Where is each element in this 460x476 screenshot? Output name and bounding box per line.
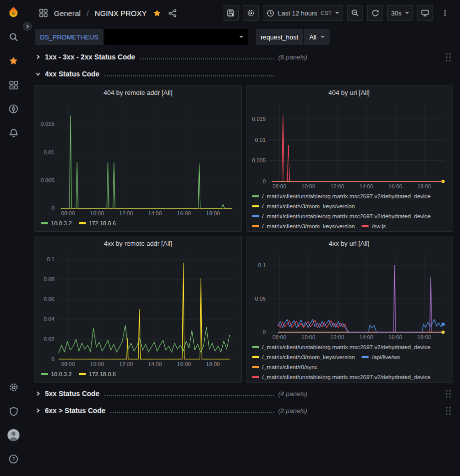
row-drag-handle[interactable] — [445, 389, 452, 399]
row-drag-handle[interactable] — [445, 52, 452, 62]
row-title: 5xx Status Code — [45, 390, 99, 398]
chart-canvas[interactable]: 08:0010:0012:0014:0016:0018:0000.050.1 — [246, 250, 453, 341]
legend-item[interactable]: /api/live/ws — [362, 354, 400, 361]
sidebar-item-dashboards[interactable] — [0, 73, 27, 97]
star-filled-icon — [153, 9, 161, 17]
breadcrumb-section[interactable]: General — [54, 9, 80, 17]
chevron-right-icon — [34, 391, 41, 396]
variables-bar: DS_PROMETHEUS request_host All — [27, 26, 460, 48]
svg-text:0.015: 0.015 — [40, 121, 54, 127]
legend-swatch — [362, 225, 369, 227]
panel-title[interactable]: 4xx by remote addr [All] — [35, 236, 241, 250]
help-icon: ? — [8, 454, 18, 464]
sidebar-item-search[interactable] — [0, 25, 27, 49]
more-options-button[interactable] — [437, 5, 453, 21]
panel-4xx-by-uri: 4xx by uri [All] 08:0010:0012:0014:0016:… — [246, 236, 453, 383]
legend-item[interactable]: /_matrix/client/unstable/org.matrix.msc2… — [252, 213, 431, 220]
sidebar-item-starred[interactable] — [0, 49, 27, 73]
search-icon — [9, 32, 18, 42]
time-range-picker[interactable]: Last 12 hours CST — [263, 5, 343, 21]
legend-item[interactable]: /_matrix/client/r0/sync — [252, 364, 318, 371]
zoom-out-button[interactable] — [347, 5, 363, 21]
svg-text:18:00: 18:00 — [206, 361, 220, 367]
legend-swatch — [41, 222, 48, 224]
svg-text:0: 0 — [51, 356, 54, 362]
dotted-leader — [104, 391, 274, 396]
svg-text:0.1: 0.1 — [258, 262, 265, 268]
save-dashboard-button[interactable] — [223, 5, 239, 21]
panel-title[interactable]: 404 by remote addr [All] — [35, 85, 241, 99]
svg-text:08:00: 08:00 — [272, 183, 286, 189]
sidebar-item-server-admin[interactable] — [0, 399, 27, 423]
share-button[interactable] — [167, 8, 178, 18]
legend-label: /api/live/ws — [372, 354, 400, 361]
svg-text:10:00: 10:00 — [90, 361, 104, 367]
dashboard-settings-button[interactable] — [243, 5, 259, 21]
sidebar-item-help[interactable]: ? — [0, 447, 27, 471]
panel-title[interactable]: 4xx by uri [All] — [246, 236, 453, 250]
legend-item[interactable]: /_matrix/client/unstable/org.matrix.msc2… — [252, 374, 431, 381]
chevron-right-icon — [34, 54, 41, 59]
legend-item[interactable]: /sw.js — [362, 223, 386, 230]
legend-item[interactable]: /_matrix/client/v3/room_keys/version — [252, 223, 355, 230]
row-panel-count: (6 panels) — [278, 53, 307, 61]
grafana-logo[interactable] — [5, 4, 22, 21]
row-header-6xx[interactable]: 6xx > Status Code (2 panels) — [34, 404, 453, 418]
legend-swatch — [79, 373, 86, 375]
chart-legend: 10.0.3.2172.18.0.6 — [35, 217, 241, 231]
dashboards-grid-icon — [9, 80, 18, 90]
panel-title[interactable]: 404 by uri [All] — [246, 85, 453, 99]
chart-canvas[interactable]: 08:0010:0012:0014:0016:0018:0000.020.040… — [35, 250, 241, 368]
legend-label: 10.0.3.2 — [51, 371, 72, 378]
request-host-label: request_host — [256, 29, 303, 45]
request-host-select[interactable]: All — [304, 29, 329, 45]
svg-text:0.01: 0.01 — [44, 149, 54, 155]
datasource-label: DS_PROMETHEUS — [35, 29, 103, 45]
legend-swatch — [362, 356, 369, 358]
breadcrumb-dashboard-title[interactable]: NGINX PROXY — [95, 9, 147, 17]
panel-404-by-remote-addr: 404 by remote addr [All] 08:0010:0012:00… — [34, 85, 242, 232]
time-range-label: Last 12 hours — [278, 9, 317, 17]
chevron-down-icon — [405, 12, 409, 14]
legend-swatch — [252, 215, 259, 217]
sidebar-item-explore[interactable] — [0, 97, 27, 121]
svg-text:12:00: 12:00 — [119, 361, 133, 367]
row-header-5xx[interactable]: 5xx Status Code (4 panels) — [34, 387, 453, 401]
tv-mode-button[interactable] — [417, 5, 433, 21]
svg-text:?: ? — [12, 456, 15, 462]
legend-swatch — [79, 222, 86, 224]
svg-text:0.04: 0.04 — [44, 316, 54, 322]
legend-label: /sw.js — [372, 223, 386, 230]
sidebar-item-alerting[interactable] — [0, 121, 27, 145]
svg-text:0.05: 0.05 — [255, 296, 265, 302]
legend-item[interactable]: 10.0.3.2 — [41, 220, 72, 227]
legend-item[interactable]: /_matrix/client/unstable/org.matrix.msc2… — [252, 344, 431, 351]
chart-canvas[interactable]: 08:0010:0012:0014:0016:0018:0000.0050.01… — [35, 99, 241, 217]
row-header-1xx-3xx-2xx[interactable]: 1xx - 3xx - 2xx Status Code (6 panels) — [34, 50, 453, 64]
refresh-button[interactable] — [367, 5, 383, 21]
legend-swatch — [252, 376, 259, 378]
sidebar: ? — [0, 0, 27, 476]
row-header-4xx[interactable]: 4xx Status Code — [34, 67, 453, 81]
legend-item[interactable]: 10.0.3.2 — [41, 371, 72, 378]
favorite-star-button[interactable] — [152, 8, 162, 18]
dotted-leader — [104, 71, 274, 76]
datasource-select[interactable] — [104, 29, 248, 45]
clock-icon — [267, 9, 274, 17]
datasource-variable: DS_PROMETHEUS — [35, 29, 248, 45]
legend-item[interactable]: 172.18.0.6 — [79, 371, 116, 378]
svg-text:0.08: 0.08 — [44, 276, 54, 282]
sidebar-item-configuration[interactable] — [0, 375, 27, 399]
row-drag-handle[interactable] — [445, 406, 452, 416]
refresh-interval-dropdown[interactable]: 30s — [387, 5, 413, 21]
svg-text:16:00: 16:00 — [388, 334, 402, 340]
sidebar-expand-button[interactable] — [23, 22, 32, 31]
legend-item[interactable]: 172.18.0.6 — [79, 220, 116, 227]
legend-item[interactable]: /_matrix/client/v3/room_keys/version — [252, 203, 355, 210]
legend-item[interactable]: /_matrix/client/unstable/org.matrix.msc2… — [252, 193, 431, 200]
svg-text:12:00: 12:00 — [330, 334, 344, 340]
chart-canvas[interactable]: 08:0010:0012:0014:0016:0018:0000.0050.01… — [246, 99, 453, 190]
sidebar-item-profile[interactable] — [0, 423, 27, 447]
chevron-down-icon — [34, 71, 41, 76]
legend-item[interactable]: /_matrix/client/v3/room_keys/version — [252, 354, 355, 361]
